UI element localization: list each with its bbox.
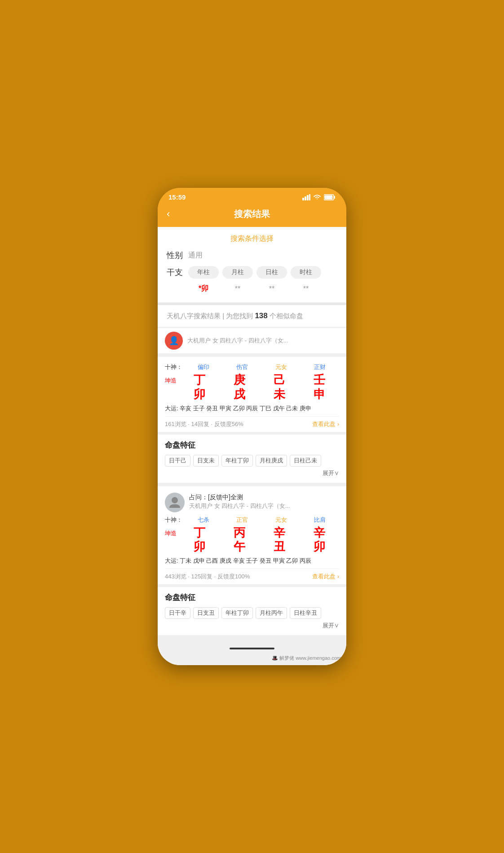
gender-row: 性别 通用: [167, 250, 337, 261]
mingpan-title-1: 命盘特征: [165, 440, 339, 450]
ganzhi-tag-3[interactable]: 时柱: [291, 266, 321, 279]
gz-bot-2-1: 午: [234, 540, 245, 554]
svg-rect-5: [334, 196, 336, 199]
gz-bot-1-2: 未: [274, 387, 285, 401]
svg-rect-0: [302, 198, 304, 200]
dayun-2: 大运: 丁未 戊申 己酉 庚戌 辛亥 壬子 癸丑 甲寅 乙卯 丙辰: [165, 556, 339, 566]
gz-top-2-3: 辛: [314, 526, 325, 540]
gz-col-1-0: 丁 卯: [194, 373, 205, 401]
dayun-text-1: 大运: 辛亥 壬子 癸丑 甲寅 乙卯 丙辰 丁巳 戊午 己未 庚申: [165, 405, 311, 412]
mingpan-section-1: 命盘特征 日干己 日支未 年柱丁卯 月柱庚戌 日柱己未 展开∨: [158, 432, 346, 483]
ganzhi-tag-2[interactable]: 日柱: [256, 266, 287, 279]
result-header: 天机八字搜索结果 | 为您找到 138 个相似命盘: [158, 305, 346, 327]
shishen-row-2: 十神： 七杀 正官 元女 比肩: [165, 516, 339, 524]
time: 15:59: [168, 193, 186, 201]
shishen-2-0: 七杀: [198, 516, 209, 524]
ganzhi-tag-0[interactable]: 年柱: [188, 266, 219, 279]
dayun-text-2: 大运: 丁未 戊申 己酉 庚戌 辛亥 壬子 癸丑 甲寅 乙卯 丙辰: [165, 557, 311, 564]
mp-tag-1-1: 日支未: [193, 455, 219, 466]
gz-col-1-1: 庚 戌: [234, 373, 245, 401]
stats-text-2: 443浏览 · 125回复 · 反馈度100%: [165, 573, 250, 581]
watermark-brand: 解梦佬: [279, 655, 294, 662]
mp-tag-1-2: 年柱丁卯: [221, 455, 253, 466]
shishen-1-2: 元女: [275, 363, 287, 371]
card-info-sub-2: 天机用户 女 四柱八字 - 四柱八字（女...: [189, 502, 290, 511]
card-header-2: 占问：[反馈中]全测 天机用户 女 四柱八字 - 四柱八字（女...: [165, 493, 339, 512]
shishen-1-0: 偏印: [198, 363, 209, 371]
mp-tag-2-1: 日支丑: [193, 607, 219, 619]
gender-value: 通用: [188, 251, 203, 260]
svg-rect-6: [325, 195, 333, 199]
back-button[interactable]: ‹: [167, 208, 170, 220]
ganzhi-tags: 年柱 月柱 日柱 时柱: [188, 266, 321, 279]
filter-title: 搜索条件选择: [167, 234, 337, 244]
mp-tag-2-0: 日干辛: [165, 607, 190, 619]
mingpan-section-2: 命盘特征 日干辛 日支丑 年柱丁卯 月柱丙午 日柱辛丑 展开∨: [158, 584, 346, 635]
ganzhi-tag-1[interactable]: 月柱: [222, 266, 253, 279]
shishen-1-3: 正财: [314, 363, 326, 371]
gz-col-1-2: 己 未: [274, 373, 285, 401]
card-title-2: 占问：[反馈中]全测: [189, 493, 290, 502]
shishen-label-2: 十神：: [165, 516, 182, 524]
gz-bot-1-0: 卯: [194, 387, 205, 401]
mp-tag-1-3: 月柱庚戌: [256, 455, 287, 466]
ganzhi-val-3: **: [291, 285, 321, 293]
gz-cols-2: 丁 卯 丙 午 辛 丑 辛 卯: [179, 526, 339, 554]
kunzao-2: 坤造: [165, 529, 177, 538]
watermark-icon: 🎩: [272, 655, 278, 661]
view-link-1[interactable]: 查看此盘 ›: [312, 420, 339, 428]
partial-info: 大机用户 女 四柱八字 - 四柱八字（女...: [187, 337, 288, 345]
avatar-2: [165, 493, 185, 512]
mp-tag-1-4: 日柱己未: [290, 455, 321, 466]
view-link-2[interactable]: 查看此盘 ›: [312, 573, 339, 581]
gz-col-2-1: 丙 午: [234, 526, 245, 554]
mp-tag-2-3: 月柱丙午: [256, 607, 287, 619]
page-title: 搜索结果: [234, 208, 270, 220]
partial-avatar: 👤: [165, 332, 183, 350]
gz-main-1: 坤造 丁 卯 庚 戌 己 未 壬 申: [165, 373, 339, 401]
shishen-2-1: 正官: [236, 516, 248, 524]
shishen-row-1: 十神： 偏印 伤官 元女 正财: [165, 363, 339, 371]
partial-header: 👤 大机用户 女 四柱八字 - 四柱八字（女...: [165, 332, 339, 351]
shishen-2-2: 元女: [275, 516, 287, 524]
partial-top-card: 👤 大机用户 女 四柱八字 - 四柱八字（女...: [158, 328, 346, 353]
shishen-2-3: 比肩: [314, 516, 326, 524]
gz-top-1-1: 庚: [234, 373, 245, 387]
result-count: 138: [255, 311, 267, 320]
mp-tag-2-4: 日柱辛丑: [290, 607, 321, 619]
mingpan-title-2: 命盘特征: [165, 592, 339, 603]
gz-col-2-2: 辛 丑: [274, 526, 285, 554]
result-card-1: 十神： 偏印 伤官 元女 正财 坤造 丁 卯 庚: [158, 357, 346, 431]
wifi-icon: [313, 194, 321, 200]
stats-row-2: 443浏览 · 125回复 · 反馈度100% 查看此盘 ›: [165, 569, 339, 584]
home-bar: [230, 648, 274, 649]
card-info-2: 占问：[反馈中]全测 天机用户 女 四柱八字 - 四柱八字（女...: [189, 493, 290, 511]
gz-top-2-0: 丁: [194, 526, 205, 540]
avatar-icon-2: [168, 495, 182, 510]
svg-rect-2: [307, 195, 309, 200]
ganzhi-val-2: **: [256, 285, 287, 293]
expand-btn-1[interactable]: 展开∨: [323, 469, 339, 477]
gz-top-1-2: 己: [274, 373, 285, 387]
gz-top-1-3: 壬: [314, 373, 325, 387]
gz-col-2-0: 丁 卯: [194, 526, 205, 554]
gz-bot-2-2: 丑: [274, 540, 285, 554]
expand-btn-2[interactable]: 展开∨: [323, 622, 339, 630]
gz-cols-1: 丁 卯 庚 戌 己 未 壬 申: [179, 373, 339, 401]
shishen-1-1: 伤官: [236, 363, 248, 371]
gz-top-1-0: 丁: [194, 373, 205, 387]
home-indicator: [158, 644, 346, 653]
nav-bar: ‹ 搜索结果: [158, 204, 346, 227]
svg-rect-1: [305, 196, 306, 200]
status-icons: [302, 194, 336, 200]
shishen-label-1: 十神：: [165, 363, 182, 371]
shishen-items-1: 偏印 伤官 元女 正财: [184, 363, 339, 371]
status-bar: 15:59: [158, 188, 346, 204]
gz-bot-1-3: 申: [314, 387, 325, 401]
ganzhi-values: *卯 ** ** **: [188, 284, 337, 293]
gz-bot-1-1: 戌: [234, 387, 245, 401]
kunzao-1: 坤造: [165, 377, 177, 385]
mp-tag-2-2: 年柱丁卯: [221, 607, 253, 619]
watermark: 🎩 解梦佬 www.jiemengao.com: [158, 653, 346, 665]
content-area: 搜索条件选择 性别 通用 干支 年柱 月柱 日柱 时柱 *卯 ** *: [158, 227, 346, 665]
